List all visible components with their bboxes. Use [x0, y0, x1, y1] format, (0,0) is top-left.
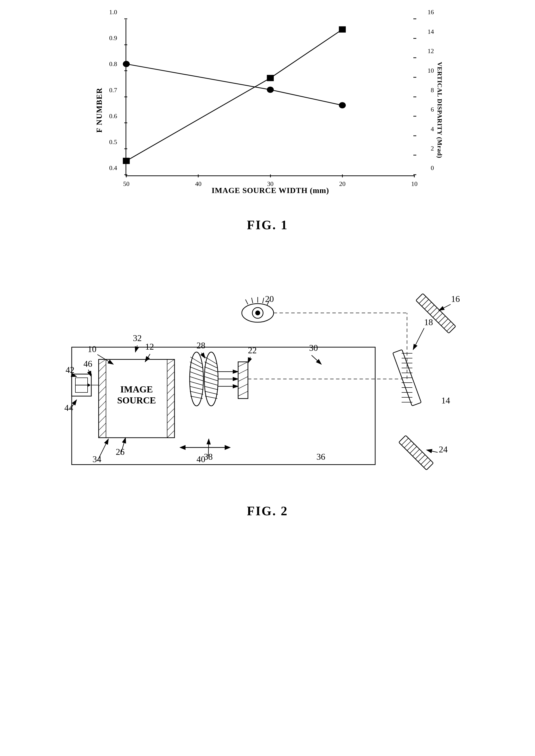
image-source-text2: SOURCE: [117, 395, 156, 405]
label-32: 32: [133, 333, 142, 343]
label-22: 22: [248, 345, 257, 355]
label-36: 36: [317, 452, 325, 462]
y-right-tick-10: 10: [428, 67, 434, 74]
y-tick-0.6: 0.6: [109, 113, 117, 120]
label-28: 28: [197, 340, 205, 350]
svg-rect-12: [99, 360, 106, 438]
y-right-tick-0: 0: [431, 164, 434, 172]
y-right-tick-8: 8: [431, 87, 434, 94]
svg-rect-59: [238, 362, 248, 398]
svg-line-29: [167, 386, 175, 394]
svg-point-4: [339, 102, 346, 108]
svg-line-127: [312, 355, 321, 364]
svg-line-129: [98, 439, 108, 461]
svg-line-121: [439, 304, 451, 310]
label-26: 26: [116, 447, 125, 457]
label-12: 12: [145, 342, 154, 352]
svg-point-3: [267, 87, 274, 93]
y-tick-0.9: 0.9: [109, 35, 117, 42]
chart-svg: [126, 19, 414, 176]
svg-line-27: [167, 372, 175, 379]
label-18: 18: [424, 317, 433, 327]
fig2-section: IMAGE SOURCE: [47, 256, 488, 518]
svg-line-1: [270, 90, 342, 105]
svg-line-120: [145, 354, 150, 362]
x-tick-50: 50: [123, 180, 129, 188]
svg-line-16: [99, 379, 106, 386]
svg-line-21: [99, 416, 106, 423]
svg-rect-24: [167, 360, 175, 438]
svg-line-6: [270, 29, 342, 78]
y-right-axis-label: VERTICAL DISPARITY (Mrad): [436, 62, 443, 158]
label-10: 10: [88, 344, 97, 354]
svg-line-20: [99, 408, 106, 416]
y-right-tick-4: 4: [431, 125, 434, 133]
svg-line-124: [427, 450, 437, 452]
label-44: 44: [64, 403, 73, 413]
label-16: 16: [451, 294, 460, 304]
fig2-label: FIG. 2: [247, 504, 288, 518]
svg-line-123: [248, 357, 250, 363]
svg-line-17: [99, 386, 106, 394]
chart-area: 0.4 0.5 0.6 0.7 0.8 0.9 1.0 0 2 4 6 8: [126, 19, 414, 176]
label-24: 24: [439, 445, 448, 454]
svg-line-35: [167, 430, 175, 438]
svg-line-18: [99, 394, 106, 401]
svg-line-5: [126, 78, 270, 161]
x-tick-40: 40: [195, 180, 201, 188]
x-tick-10: 10: [411, 180, 417, 188]
y-right-tick-6: 6: [431, 106, 434, 113]
y-left-axis-label: F NUMBER: [95, 88, 104, 133]
label-20: 20: [265, 294, 274, 304]
svg-line-15: [99, 372, 106, 379]
svg-marker-117: [225, 445, 231, 450]
svg-rect-9: [339, 26, 346, 33]
svg-line-13: [99, 360, 106, 364]
y-tick-0.7: 0.7: [109, 87, 117, 94]
y-right-tick-12: 12: [428, 47, 434, 55]
svg-point-103: [255, 310, 260, 315]
svg-rect-7: [123, 158, 130, 164]
svg-line-0: [126, 64, 270, 90]
svg-line-28: [167, 379, 175, 386]
y-right-tick-16: 16: [428, 9, 434, 16]
svg-line-105: [252, 298, 253, 303]
svg-line-26: [167, 364, 175, 372]
svg-line-30: [167, 394, 175, 401]
svg-line-122: [413, 328, 424, 350]
svg-point-2: [123, 61, 130, 67]
diagram-wrapper: IMAGE SOURCE: [52, 256, 483, 492]
y-right-tick-2: 2: [431, 145, 434, 152]
svg-line-32: [167, 408, 175, 416]
svg-line-25: [167, 360, 175, 364]
svg-line-128: [135, 345, 137, 352]
svg-line-104: [245, 299, 248, 304]
fig1-label: FIG. 1: [247, 218, 288, 232]
label-42: 42: [66, 365, 74, 375]
image-source-text: IMAGE: [121, 384, 153, 394]
label-46: 46: [83, 359, 92, 369]
svg-line-126: [201, 353, 205, 358]
svg-rect-79: [416, 294, 456, 334]
svg-line-31: [167, 401, 175, 408]
y-tick-0.4: 0.4: [109, 164, 117, 172]
y-tick-0.5: 0.5: [109, 139, 117, 146]
y-right-tick-14: 14: [428, 28, 434, 36]
y-tick-1.0: 1.0: [109, 9, 117, 16]
svg-line-33: [167, 416, 175, 423]
label-40: 40: [197, 454, 205, 464]
label-30: 30: [309, 343, 318, 353]
x-axis-label: IMAGE SOURCE WIDTH (mm): [211, 186, 329, 195]
x-tick-20: 20: [339, 180, 346, 188]
chart-wrapper: F NUMBER 0.4 0.5 0.6 0.7 0.8 0.9 1.0 0 2: [96, 15, 439, 205]
svg-marker-116: [180, 445, 185, 450]
svg-line-19: [99, 401, 106, 408]
svg-line-107: [263, 298, 264, 303]
svg-line-34: [167, 423, 175, 430]
fig1-section: F NUMBER 0.4 0.5 0.6 0.7 0.8 0.9 1.0 0 2: [47, 15, 488, 232]
svg-rect-8: [267, 75, 274, 81]
y-tick-0.8: 0.8: [109, 61, 117, 68]
svg-line-22: [99, 423, 106, 430]
svg-line-14: [99, 364, 106, 372]
svg-line-23: [99, 430, 106, 438]
